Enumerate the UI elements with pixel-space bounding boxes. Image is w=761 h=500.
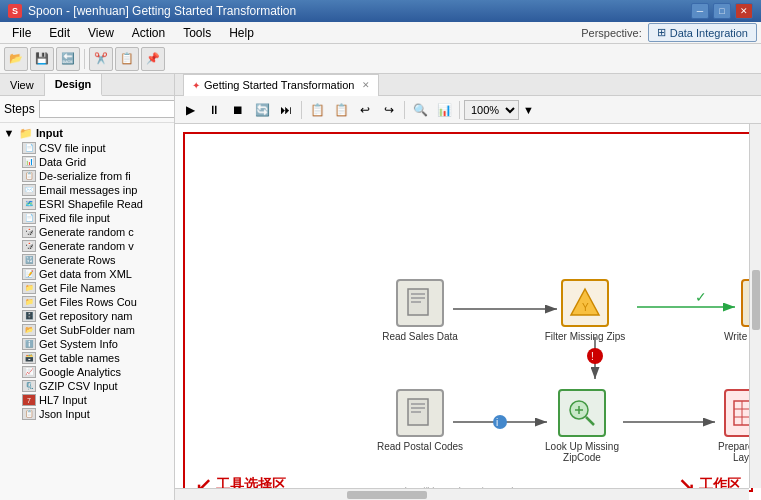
toolbar-separator-1	[84, 49, 85, 69]
menu-action[interactable]: Action	[124, 24, 173, 42]
step-icon: 📈	[22, 366, 36, 378]
redo-button[interactable]: ↪	[378, 99, 400, 121]
item-label: De-serialize from fi	[39, 170, 131, 182]
menu-file[interactable]: File	[4, 24, 39, 42]
run-button[interactable]: ▶	[179, 99, 201, 121]
list-item[interactable]: ℹ️ Get System Info	[0, 337, 174, 351]
list-item[interactable]: 📁 Get Files Rows Cou	[0, 295, 174, 309]
node-read-postal[interactable]: Read Postal Codes	[375, 389, 465, 452]
canvas-area[interactable]: ✓ ! i Read Sales Data Y	[175, 124, 761, 500]
menu-view[interactable]: View	[80, 24, 122, 42]
tab-design[interactable]: Design	[45, 74, 103, 96]
list-item[interactable]: 🗃️ Get table names	[0, 351, 174, 365]
step-icon: 7	[22, 394, 36, 406]
close-button[interactable]: ✕	[735, 3, 753, 19]
zoom-dropdown-icon: ▼	[523, 104, 534, 116]
node-read-sales[interactable]: Read Sales Data	[375, 279, 465, 342]
steps-search-input[interactable]	[39, 100, 175, 118]
zoom-fit-button[interactable]: 📊	[433, 99, 455, 121]
list-item[interactable]: 📈 Google Analytics	[0, 365, 174, 379]
svg-rect-23	[411, 403, 425, 405]
maximize-button[interactable]: □	[713, 3, 731, 19]
tab-view[interactable]: View	[0, 74, 45, 95]
node-read-sales-icon	[396, 279, 444, 327]
toolbar-btn-3[interactable]: 🔙	[56, 47, 80, 71]
item-label: Get Files Rows Cou	[39, 296, 137, 308]
minimize-button[interactable]: ─	[691, 3, 709, 19]
list-item[interactable]: 🗄️ Get repository nam	[0, 309, 174, 323]
menu-edit[interactable]: Edit	[41, 24, 78, 42]
svg-text:Y: Y	[582, 302, 589, 313]
step-icon: 📁	[22, 282, 36, 294]
list-item[interactable]: 🔢 Generate Rows	[0, 253, 174, 267]
svg-rect-25	[411, 411, 421, 413]
toolbar-btn-1[interactable]: 📂	[4, 47, 28, 71]
item-label: Generate Rows	[39, 254, 115, 266]
node-filter-icon: Y	[561, 279, 609, 327]
main-toolbar: 📂 💾 🔙 ✂️ 📋 📌	[0, 44, 761, 74]
item-label: Get SubFolder nam	[39, 324, 135, 336]
tree-root-input[interactable]: ▼ 📁 Input	[0, 125, 174, 141]
list-item[interactable]: 📁 Get File Names	[0, 281, 174, 295]
vertical-scrollbar[interactable]	[749, 124, 761, 488]
zoom-in-button[interactable]: 🔍	[409, 99, 431, 121]
undo-button[interactable]: ↩	[354, 99, 376, 121]
list-item[interactable]: 🗺️ ESRI Shapefile Read	[0, 197, 174, 211]
main-content: View Design Steps + - ▼ 📁 Input 📄 CSV fi…	[0, 74, 761, 500]
step-icon: 📋	[22, 170, 36, 182]
paste-button[interactable]: 📋	[330, 99, 352, 121]
list-item[interactable]: 📋 Json Input	[0, 407, 174, 421]
list-item[interactable]: 🎲 Generate random c	[0, 225, 174, 239]
panel-tabs: View Design	[0, 74, 174, 96]
svg-rect-16	[411, 301, 421, 303]
vertical-scroll-thumb[interactable]	[752, 270, 760, 330]
list-item[interactable]: 7 HL7 Input	[0, 393, 174, 407]
step-icon: 📝	[22, 268, 36, 280]
list-item[interactable]: 📝 Get data from XML	[0, 267, 174, 281]
perspective-button[interactable]: ⊞ Data Integration	[648, 23, 757, 42]
steps-label: Steps	[4, 102, 35, 116]
list-item[interactable]: 📂 Get SubFolder nam	[0, 323, 174, 337]
list-item[interactable]: 📄 Fixed file input	[0, 211, 174, 225]
list-item[interactable]: 🗜️ GZIP CSV Input	[0, 379, 174, 393]
canvas-sep-3	[459, 101, 460, 119]
step-icon: 📊	[22, 156, 36, 168]
horizontal-scrollbar[interactable]	[175, 488, 749, 500]
canvas-tab[interactable]: ✦ Getting Started Transformation ✕	[183, 74, 379, 96]
item-label: Get File Names	[39, 282, 115, 294]
folder-icon: 📁	[19, 126, 33, 140]
list-item[interactable]: 📄 CSV file input	[0, 141, 174, 155]
node-filter-missing[interactable]: Y Filter Missing Zips	[540, 279, 630, 342]
zoom-select[interactable]: 100%	[464, 100, 519, 120]
pause-button[interactable]: ⏸	[203, 99, 225, 121]
list-item[interactable]: 🎲 Generate random v	[0, 239, 174, 253]
item-label: Fixed file input	[39, 212, 110, 224]
tree-root-label: Input	[36, 127, 63, 139]
list-item[interactable]: 📋 De-serialize from fi	[0, 169, 174, 183]
stop-button[interactable]: ⏹	[227, 99, 249, 121]
right-panel: ✦ Getting Started Transformation ✕ ▶ ⏸ ⏹…	[175, 74, 761, 500]
step-icon: 📂	[22, 324, 36, 336]
node-lookup-zip[interactable]: Look Up Missing ZipCode	[537, 389, 627, 463]
toolbar-btn-2[interactable]: 💾	[30, 47, 54, 71]
toolbar-btn-4[interactable]: ✂️	[89, 47, 113, 71]
menu-help[interactable]: Help	[221, 24, 262, 42]
list-item[interactable]: 📊 Data Grid	[0, 155, 174, 169]
tab-label: Getting Started Transformation	[204, 79, 354, 91]
canvas-border	[183, 132, 753, 492]
step-button[interactable]: ⏭	[275, 99, 297, 121]
tab-close-button[interactable]: ✕	[362, 80, 370, 90]
horizontal-scroll-thumb[interactable]	[347, 491, 427, 499]
menu-tools[interactable]: Tools	[175, 24, 219, 42]
preview-button[interactable]: 🔄	[251, 99, 273, 121]
list-item[interactable]: ✉️ Email messages inp	[0, 183, 174, 197]
toolbar-btn-6[interactable]: 📌	[141, 47, 165, 71]
canvas-sep-2	[404, 101, 405, 119]
toolbar-btn-5[interactable]: 📋	[115, 47, 139, 71]
tree-area[interactable]: ▼ 📁 Input 📄 CSV file input 📊 Data Grid 📋…	[0, 123, 174, 500]
node-read-postal-icon	[396, 389, 444, 437]
grid-icon: ⊞	[657, 26, 666, 39]
copy-button[interactable]: 📋	[306, 99, 328, 121]
steps-header: Steps + -	[0, 96, 174, 123]
node-read-postal-label: Read Postal Codes	[377, 441, 463, 452]
